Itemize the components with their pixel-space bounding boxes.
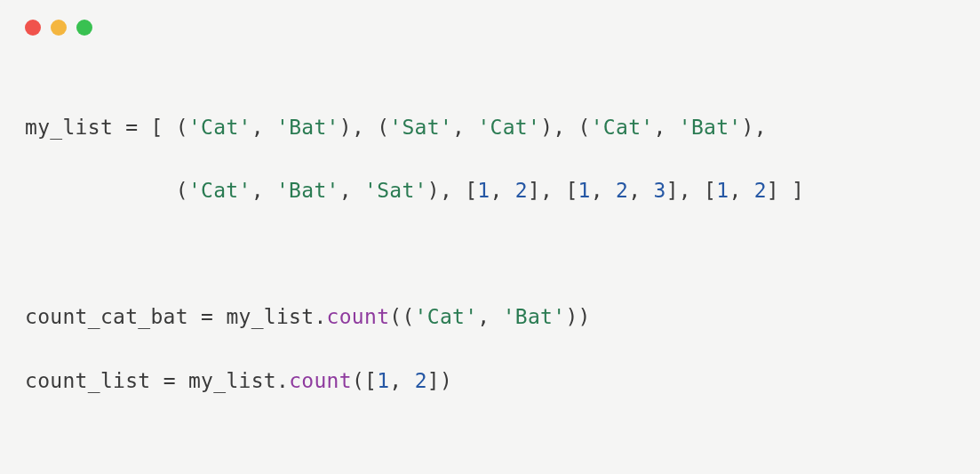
paren: ), ( <box>339 116 390 139</box>
variable-name: count_list <box>25 369 150 392</box>
string-literal: 'Bat' <box>276 179 339 202</box>
code-line-blank <box>25 238 959 270</box>
object-name: my_list <box>226 305 314 328</box>
bracket: ], [ <box>666 179 717 202</box>
comma: , <box>251 116 276 139</box>
paren: ), <box>742 116 767 139</box>
maximize-icon[interactable] <box>76 20 92 36</box>
comma: , <box>490 179 515 202</box>
number-literal: 1 <box>377 369 389 392</box>
code-line: my_list = [ ('Cat', 'Bat'), ('Sat', 'Cat… <box>25 112 959 144</box>
paren: ), ( <box>540 116 591 139</box>
variable-name: count_cat_bat <box>25 305 188 328</box>
code-line: ('Cat', 'Bat', 'Sat'), [1, 2], [1, 2, 3]… <box>25 175 959 207</box>
bracket: ], [ <box>528 179 578 202</box>
comma: , <box>729 179 753 202</box>
dot: . <box>276 369 289 392</box>
dot: . <box>314 305 326 328</box>
code-window: my_list = [ ('Cat', 'Bat'), ('Sat', 'Cat… <box>0 0 980 474</box>
operator: = <box>113 116 150 139</box>
code-block: my_list = [ ('Cat', 'Bat'), ('Sat', 'Cat… <box>0 44 980 474</box>
comma: , <box>591 179 616 202</box>
comma: , <box>389 369 414 392</box>
paren: (( <box>389 305 414 328</box>
operator: = <box>150 369 187 392</box>
close-icon[interactable] <box>25 20 41 36</box>
variable-name: my_list <box>25 116 113 139</box>
comma: , <box>628 179 653 202</box>
comma: , <box>251 179 276 202</box>
paren: ]) <box>427 369 452 392</box>
paren: ), [ <box>427 179 478 202</box>
object-name: my_list <box>188 369 276 392</box>
comma: , <box>339 179 364 202</box>
number-literal: 2 <box>754 179 767 202</box>
window-titlebar <box>0 0 980 44</box>
string-literal: 'Cat' <box>188 179 251 202</box>
string-literal: 'Cat' <box>591 116 654 139</box>
number-literal: 2 <box>616 179 628 202</box>
paren: )) <box>565 305 590 328</box>
number-literal: 1 <box>578 179 591 202</box>
code-line: count_cat_bat = my_list.count(('Cat', 'B… <box>25 301 959 333</box>
string-literal: 'Bat' <box>679 116 742 139</box>
indent: ( <box>25 179 188 202</box>
string-literal: 'Sat' <box>389 116 452 139</box>
paren: ([ <box>352 369 377 392</box>
number-literal: 2 <box>515 179 528 202</box>
comma: , <box>452 116 477 139</box>
operator: = <box>188 305 226 328</box>
string-literal: 'Cat' <box>415 305 478 328</box>
bracket: ] ] <box>767 179 804 202</box>
string-literal: 'Bat' <box>503 305 566 328</box>
code-line-blank <box>25 429 959 461</box>
number-literal: 2 <box>415 369 427 392</box>
comma: , <box>653 116 678 139</box>
number-literal: 1 <box>477 179 490 202</box>
code-line: count_list = my_list.count([1, 2]) <box>25 366 959 398</box>
minimize-icon[interactable] <box>51 20 67 36</box>
number-literal: 1 <box>716 179 729 202</box>
method-name: count <box>289 369 352 392</box>
string-literal: 'Cat' <box>477 116 540 139</box>
method-name: count <box>327 305 390 328</box>
comma: , <box>477 305 502 328</box>
string-literal: 'Cat' <box>188 116 251 139</box>
string-literal: 'Bat' <box>276 116 339 139</box>
number-literal: 3 <box>653 179 665 202</box>
bracket: [ ( <box>150 116 187 139</box>
string-literal: 'Sat' <box>364 179 427 202</box>
